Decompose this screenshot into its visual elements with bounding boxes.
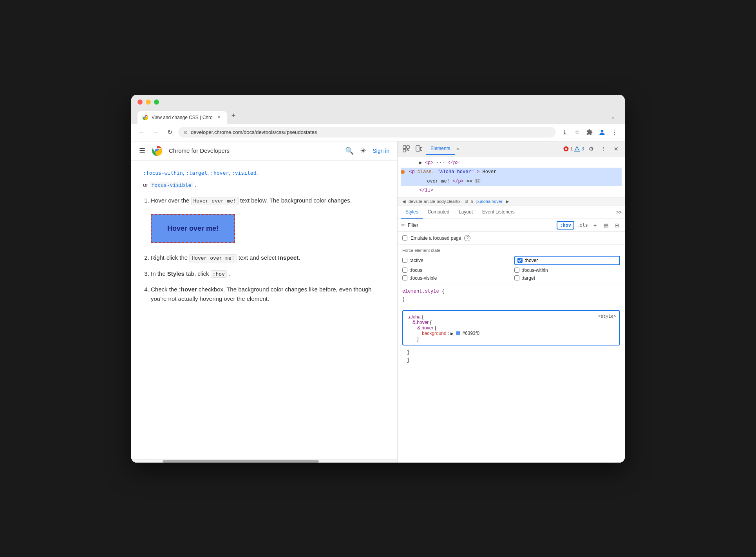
dom-equals-sign: == (467, 179, 475, 184)
maximize-button[interactable] (154, 99, 159, 105)
search-icon[interactable]: 🔍 (345, 146, 354, 155)
computed-tab[interactable]: Computed (423, 206, 454, 219)
target-link[interactable]: :target (186, 170, 208, 176)
event-listeners-tab[interactable]: Event Listeners (477, 206, 519, 219)
dom-line-selected[interactable]: <p class= "aloha hover" > Hover (401, 168, 622, 177)
hover-pseudo-close: } (417, 336, 419, 342)
breadcrumb-item-3[interactable]: li (471, 199, 473, 204)
focus-checkbox[interactable] (402, 268, 407, 273)
emulate-info-icon[interactable]: ? (464, 235, 470, 241)
list-item: In the Styles tab, click :hov . (151, 269, 385, 278)
tab-title: View and change CSS | Chro (152, 115, 213, 120)
browser-tab[interactable]: View and change CSS | Chro ✕ (137, 111, 227, 124)
breadcrumb-item-1[interactable]: devsite-article-body.clearfix. (409, 199, 462, 204)
device-icon (415, 145, 422, 152)
step3-text-before: In the Styles tab, click (151, 270, 211, 277)
hover-code-1: Hover over me! (191, 197, 239, 205)
inspect-icon (403, 145, 410, 152)
nav-bar: ← → ↻ ⊙ developer.chrome.com/docs/devtoo… (131, 124, 625, 141)
hover-demo-box[interactable]: Hover over me! (151, 214, 235, 243)
breadcrumb-item-4[interactable]: p.aloha.hover (476, 199, 503, 204)
toggle-sidebar-button[interactable]: ⊟ (612, 221, 622, 230)
color-swatch[interactable] (456, 331, 460, 335)
download-button[interactable]: ⤓ (559, 127, 570, 138)
emulate-section: Emulate a focused page ? (398, 232, 625, 245)
focus-visible-link[interactable]: focus-visible (150, 182, 193, 188)
dom-attr-value: "aloha hover" (437, 169, 474, 175)
device-toggle-button[interactable] (413, 143, 424, 154)
target-checkbox[interactable] (514, 275, 519, 280)
element-style-brace-close: } (402, 297, 405, 302)
cls-badge[interactable]: .cls (577, 222, 588, 228)
filter-input[interactable]: Filter (408, 222, 554, 228)
warning-icon: i (574, 146, 580, 152)
breadcrumb-left-arrow[interactable]: ◀ (401, 199, 407, 204)
list-item: Hover over the Hover over me! text below… (151, 196, 385, 247)
sign-in-button[interactable]: Sign in (373, 148, 389, 154)
extensions-button[interactable] (584, 127, 595, 138)
tab-close-button[interactable]: ✕ (216, 114, 222, 121)
inspect-bold: Inspect (278, 254, 299, 261)
visited-link[interactable]: :visited (232, 170, 257, 176)
devtools-toolbar: Elements » ✕ 1 i 3 ⚙ (398, 141, 625, 157)
styles-tab[interactable]: Styles (401, 206, 423, 219)
warning-count: 3 (581, 146, 584, 152)
svg-text:✕: ✕ (564, 147, 568, 151)
tab-menu-button[interactable]: ⌄ (608, 110, 619, 123)
hover-checkbox[interactable] (517, 258, 523, 263)
warning-badge[interactable]: i 3 (574, 146, 584, 152)
hamburger-menu-icon[interactable]: ☰ (139, 146, 145, 155)
new-tab-button[interactable]: + (228, 109, 239, 123)
forward-button[interactable]: → (150, 127, 161, 138)
hover-pseudo-selector: &:hover (417, 325, 433, 331)
more-options-button[interactable]: ⋮ (598, 143, 609, 154)
hover-nested-selector: &.hover (412, 320, 429, 325)
bookmark-button[interactable]: ☆ (572, 127, 582, 138)
extensions-icon (586, 129, 593, 136)
scrollbar-thumb[interactable] (163, 460, 319, 463)
filter-icon: ⬽ (401, 222, 405, 228)
emulate-focused-page-checkbox[interactable] (402, 235, 407, 241)
breadcrumb-right-arrow[interactable]: ▶ (504, 199, 510, 204)
active-checkbox[interactable] (402, 258, 407, 263)
back-button[interactable]: ← (136, 127, 147, 138)
layout-tab[interactable]: Layout (454, 206, 477, 219)
minimize-button[interactable] (146, 99, 151, 105)
reload-button[interactable]: ↻ (164, 127, 175, 138)
breadcrumb-item-2[interactable]: ol (465, 199, 468, 204)
force-element-state-section: Force element state :active :hover (398, 245, 625, 284)
new-style-layer-button[interactable]: ▤ (601, 221, 611, 230)
error-badge[interactable]: ✕ 1 (563, 146, 573, 152)
svg-rect-7 (403, 149, 406, 152)
close-button[interactable] (137, 99, 143, 105)
more-panels-button[interactable]: >> (616, 210, 622, 215)
address-bar[interactable]: ⊙ developer.chrome.com/docs/devtools/css… (178, 127, 556, 137)
hov-badge[interactable]: :hov (557, 221, 574, 230)
elements-tab[interactable]: Elements (426, 143, 455, 155)
add-style-rule-button[interactable]: + (590, 221, 600, 230)
dom-ellipsis: ··· (436, 160, 445, 166)
dom-expand-icon[interactable]: ▶ (419, 160, 422, 166)
hover-code-2: Hover over me! (189, 254, 237, 262)
settings-button[interactable]: ⚙ (586, 143, 597, 154)
theme-toggle-icon[interactable]: ☀ (360, 146, 366, 155)
focus-visible-checkbox[interactable] (402, 275, 407, 280)
css-close-1: } (407, 349, 615, 356)
svg-rect-6 (407, 146, 409, 148)
focus-within-checkbox[interactable] (514, 268, 519, 273)
style-source[interactable]: <style> (598, 314, 616, 319)
hover-link[interactable]: :hover (210, 170, 229, 176)
profile-button[interactable] (597, 127, 608, 138)
more-tabs-button[interactable]: » (456, 146, 459, 152)
close-devtools-button[interactable]: ✕ (611, 143, 622, 154)
dom-breakpoint-dot (401, 170, 405, 174)
chrome-menu-button[interactable]: ⋮ (609, 127, 620, 138)
inspect-element-button[interactable] (401, 143, 412, 154)
force-state-target: :target (514, 275, 620, 281)
horizontal-scrollbar[interactable] (131, 459, 397, 463)
element-style-close: } (402, 295, 620, 303)
aloha-brace-open: { (422, 314, 423, 320)
dom-line-1: ▶ <p> ··· </p> (401, 159, 622, 168)
focus-within-link[interactable]: :focus-within (143, 170, 183, 176)
color-expand-arrow[interactable]: ▶ (450, 331, 454, 336)
